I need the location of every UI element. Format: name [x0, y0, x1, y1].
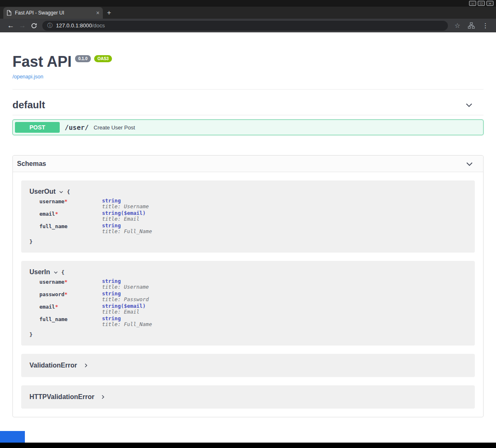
openapi-spec-link[interactable]: /openapi.json [12, 74, 43, 80]
property-type: string [102, 223, 152, 229]
property-type: string [102, 198, 149, 204]
property-type: string [102, 278, 149, 284]
api-info-section: Fast API 0.1.0 OAS3 /openapi.json [12, 32, 484, 90]
chevron-down-icon[interactable] [58, 189, 64, 195]
property-detail: string title: Password [102, 291, 149, 303]
minimize-button[interactable]: – [469, 1, 476, 6]
property-title: title: Full_Name [102, 321, 152, 327]
property-title: title: Full_Name [102, 229, 152, 234]
schemas-label: Schemas [17, 160, 46, 168]
chevron-right-icon[interactable] [83, 363, 89, 368]
property-type: string($email) [102, 303, 146, 309]
chevron-down-icon[interactable] [465, 159, 474, 168]
schema-model-userin: UserIn { username* string title: Usernam… [21, 261, 475, 346]
site-info-icon[interactable]: ⓘ [47, 22, 53, 29]
model-body: username* string title: Username passwor… [29, 278, 467, 328]
schema-model-userout: UserOut { username* string title: Userna… [21, 180, 475, 253]
schema-model-validationerror[interactable]: ValidationError [21, 354, 475, 377]
browser-window: – □ × Fast API - Swagger UI × + ← → ⓘ 12… [0, 0, 496, 448]
property-type: string [102, 291, 149, 297]
property-name: username* [39, 198, 102, 210]
brace-open: { [67, 189, 70, 195]
required-star: * [64, 198, 68, 205]
browser-tab[interactable]: Fast API - Swagger UI × [3, 7, 103, 19]
model-toggle[interactable]: UserIn { [29, 268, 467, 276]
property-title: title: Email [102, 309, 146, 315]
brace-open: { [61, 269, 65, 275]
swagger-page: Fast API 0.1.0 OAS3 /openapi.json defaul… [0, 32, 496, 443]
brace-close: } [29, 331, 33, 338]
required-star: * [64, 279, 68, 285]
blue-window-fragment [0, 431, 25, 443]
desktop-taskbar [0, 443, 496, 448]
tag-label: default [12, 99, 45, 111]
property-detail: string($email) title: Email [102, 303, 146, 316]
chevron-down-icon[interactable] [53, 270, 58, 275]
bookmark-star-icon[interactable]: ☆ [455, 22, 460, 29]
forward-icon[interactable]: → [17, 19, 28, 32]
model-name: UserOut [29, 188, 56, 195]
document-icon [7, 10, 12, 16]
tab-title: Fast API - Swagger UI [15, 10, 93, 16]
browser-toolbar: ← → ⓘ 127.0.0.1:8000/docs ☆ ⋮ [0, 19, 496, 32]
property-name: full_name [39, 316, 102, 328]
property-title: title: Username [102, 204, 149, 209]
operation-post-user[interactable]: POST /user/ Create User Post [12, 119, 484, 135]
chevron-down-icon[interactable] [464, 100, 474, 110]
property-title: title: Username [102, 284, 149, 290]
maximize-button[interactable]: □ [478, 1, 485, 6]
schema-property: full_name string title: Full_Name [39, 223, 467, 235]
url-path: /docs [92, 22, 105, 29]
property-name-text: email [39, 211, 55, 217]
property-detail: string title: Username [102, 278, 149, 291]
property-name: full_name [39, 223, 102, 235]
property-name-text: password [39, 291, 64, 297]
property-name-text: full_name [39, 223, 68, 229]
reload-icon[interactable] [28, 22, 40, 29]
required-star: * [55, 304, 58, 310]
model-name: HTTPValidationError [29, 393, 94, 401]
url-text: 127.0.0.1:8000/docs [56, 22, 105, 29]
schema-model-httpvalidationerror[interactable]: HTTPValidationError [21, 385, 475, 409]
browser-menu-icon[interactable]: ⋮ [482, 22, 489, 29]
operation-summary: Create User Post [94, 124, 135, 131]
property-name: email* [39, 303, 102, 316]
url-host: 127.0.0.1:8000 [56, 22, 92, 29]
property-title: title: Email [102, 216, 146, 222]
tab-strip: Fast API - Swagger UI × + [0, 7, 496, 19]
schema-property: username* string title: Username [39, 278, 467, 291]
property-detail: string title: Username [102, 198, 149, 210]
schema-property: email* string($email) title: Email [39, 210, 467, 223]
chevron-right-icon[interactable] [100, 394, 106, 400]
property-name: password* [39, 291, 102, 303]
tag-section-default[interactable]: default [12, 95, 484, 115]
property-title: title: Password [102, 297, 149, 302]
brace-close: } [29, 239, 33, 245]
model-name: UserIn [29, 268, 50, 276]
tab-groups-icon[interactable] [468, 22, 475, 29]
required-star: * [64, 291, 68, 297]
schema-property: full_name string title: Full_Name [39, 316, 467, 328]
property-name: username* [39, 278, 102, 291]
model-toggle[interactable]: UserOut { [29, 188, 467, 195]
new-tab-button[interactable]: + [107, 9, 111, 17]
property-detail: string title: Full_Name [102, 223, 152, 235]
window-titlebar: – □ × [0, 0, 496, 7]
oas-badge: OAS3 [94, 55, 112, 62]
toolbar-actions: ☆ ⋮ [452, 22, 491, 29]
property-type: string($email) [102, 210, 146, 216]
model-name: ValidationError [29, 362, 77, 369]
version-badge: 0.1.0 [75, 55, 91, 62]
tab-close-icon[interactable]: × [96, 10, 100, 16]
schemas-header[interactable]: Schemas [13, 156, 483, 172]
model-body: username* string title: Username email* … [29, 198, 467, 235]
schema-property: email* string($email) title: Email [39, 303, 467, 316]
schemas-section: Schemas UserOut { username* strin [12, 155, 484, 417]
operation-path: /user/ [65, 124, 89, 131]
method-badge: POST [15, 122, 60, 133]
back-icon[interactable]: ← [5, 19, 17, 32]
close-button[interactable]: × [486, 1, 494, 6]
required-star: * [55, 211, 58, 217]
address-bar[interactable]: ⓘ 127.0.0.1:8000/docs [42, 21, 448, 31]
property-name-text: username [39, 198, 64, 205]
